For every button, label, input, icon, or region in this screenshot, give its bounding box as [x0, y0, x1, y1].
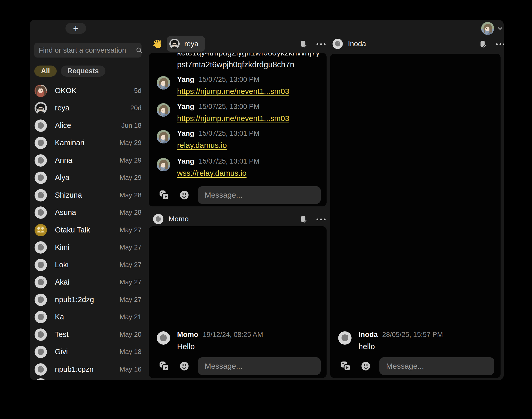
message-timestamp: 28/05/25, 15:57 PM	[382, 331, 443, 339]
conversation-row-npub1-cpzn[interactable]: npub1:cpzn May 16	[34, 361, 142, 378]
avatar	[35, 346, 47, 358]
more-options-icon[interactable]	[317, 43, 326, 45]
composer-inoda	[330, 357, 501, 375]
message-timestamp: 15/07/25, 13:01 PM	[199, 157, 260, 165]
conversation-row-ka[interactable]: Ka May 21	[34, 308, 142, 326]
message-timestamp: 19/12/24, 08:25 AM	[203, 331, 263, 339]
conversation-row-okok[interactable]: OKOK 5d	[34, 82, 142, 99]
message-link[interactable]: https://njump.me/nevent1...sm03	[177, 114, 289, 123]
conversation-row-alice[interactable]: Alice Jun 18	[34, 117, 142, 134]
message-author: Yang	[177, 102, 194, 111]
more-options-icon[interactable]	[317, 219, 326, 220]
more-options-icon[interactable]	[496, 43, 504, 45]
chat-header-momo: Momo	[153, 211, 189, 227]
note-edit-icon[interactable]	[300, 215, 308, 223]
emoji-picker-icon[interactable]	[179, 361, 189, 371]
conversation-row-anna[interactable]: Anna May 29	[34, 152, 142, 169]
waving-hand-icon[interactable]	[153, 39, 163, 49]
avatar	[35, 311, 47, 323]
avatar-partially-scrolled	[35, 378, 47, 380]
conversation-row-alya[interactable]: Alya May 29	[34, 169, 142, 186]
clipped-message-text: kete1qy4tmpdg2lygh1wf66oykzkhvvnj7y	[177, 53, 320, 58]
message-text: Hello	[177, 342, 195, 351]
plus-icon: +	[73, 23, 79, 33]
chat-header-actions-inoda	[479, 40, 504, 48]
avatar	[332, 39, 343, 49]
avatar	[35, 259, 47, 271]
avatar	[35, 154, 47, 167]
conversation-row-npub1-2dzg[interactable]: npub1:2dzg May 27	[34, 291, 142, 308]
avatar	[35, 206, 47, 219]
conversation-row-akai[interactable]: Akai May 27	[34, 273, 142, 291]
avatar	[169, 39, 180, 49]
chat-header-actions-reya	[300, 40, 326, 48]
avatar[interactable]	[157, 331, 170, 345]
conversation-row-test[interactable]: Test May 20	[34, 326, 142, 343]
avatar	[35, 102, 47, 114]
avatar	[35, 119, 47, 132]
message-input[interactable]	[379, 357, 494, 375]
search-input[interactable]	[34, 46, 135, 54]
avatar[interactable]	[338, 331, 352, 345]
avatar[interactable]	[157, 76, 170, 90]
search-icon	[135, 46, 143, 54]
avatar[interactable]	[157, 103, 170, 117]
avatar	[35, 224, 47, 236]
avatar	[35, 328, 47, 341]
message-timestamp: 15/07/25, 13:00 PM	[199, 103, 260, 111]
avatar	[153, 214, 163, 224]
chat-title-reya[interactable]: reya	[167, 36, 205, 52]
chat-title-inoda[interactable]: Inoda	[332, 39, 366, 49]
note-edit-icon[interactable]	[300, 40, 308, 48]
avatar	[35, 189, 47, 202]
conversation-row-asuna[interactable]: Asuna May 28	[34, 204, 142, 221]
search-box[interactable]	[34, 43, 142, 58]
conversation-row-kaminari[interactable]: Kaminari May 29	[34, 134, 142, 151]
chat-panel-reya: kete1qy4tmpdg2lygh1wf66oykzkhvvnj7y pst7…	[149, 53, 327, 206]
avatar	[35, 363, 47, 376]
chevron-down-icon	[496, 25, 504, 32]
conversation-row-loki[interactable]: Loki May 27	[34, 256, 142, 273]
avatar	[35, 241, 47, 254]
filter-requests[interactable]: Requests	[61, 66, 106, 77]
emoji-picker-icon[interactable]	[179, 190, 189, 200]
conversation-row-reya[interactable]: reya 20d	[34, 99, 142, 117]
message-link[interactable]: https://njump.me/nevent1...sm03	[177, 87, 289, 95]
message-link[interactable]: relay.damus.io	[177, 141, 227, 149]
account-menu[interactable]	[481, 22, 504, 35]
app-window: + All Requests O	[30, 20, 504, 380]
chat-panel-inoda: Inoda 28/05/25, 15:57 PM hello	[330, 54, 501, 378]
message-input[interactable]	[198, 186, 321, 204]
conversation-row-givi[interactable]: Givi May 18	[34, 343, 142, 360]
message-author: Inoda	[359, 331, 378, 339]
chat-title-momo[interactable]: Momo	[153, 214, 189, 224]
conversation-row-otaku-talk[interactable]: Otaku Talk May 27	[34, 221, 142, 239]
attach-media-icon[interactable]	[159, 360, 170, 372]
conversation-row-kimi[interactable]: Kimi May 27	[34, 239, 142, 256]
avatar[interactable]	[157, 130, 170, 143]
screen: + All Requests O	[0, 0, 532, 419]
conversation-row-shizuna[interactable]: Shizuna May 28	[34, 187, 142, 204]
message-author: Yang	[177, 75, 194, 84]
message-author: Yang	[177, 129, 194, 138]
message-author: Yang	[177, 157, 194, 165]
avatar	[35, 276, 47, 288]
filter-all[interactable]: All	[34, 66, 57, 77]
message-text: pst7mta2t6wpjh0qfzkdrdgu8ch7n	[177, 60, 294, 69]
message-link[interactable]: wss://relay.damus.io	[177, 169, 247, 177]
attach-media-icon[interactable]	[159, 189, 170, 201]
composer-momo	[149, 357, 327, 375]
avatar	[35, 294, 47, 306]
message-timestamp: 15/07/25, 13:00 PM	[199, 76, 260, 84]
emoji-picker-icon[interactable]	[361, 361, 371, 371]
chat-panel-momo: Momo 19/12/24, 08:25 AM Hello	[149, 226, 327, 378]
note-edit-icon[interactable]	[479, 40, 487, 48]
avatar[interactable]	[157, 158, 170, 171]
account-avatar[interactable]	[481, 22, 494, 35]
message-text: hello	[359, 342, 375, 351]
new-chat-button[interactable]: +	[65, 23, 86, 34]
message-input[interactable]	[198, 357, 321, 375]
avatar	[35, 137, 47, 149]
attach-media-icon[interactable]	[340, 360, 351, 372]
conversation-filters: All Requests	[34, 66, 105, 77]
